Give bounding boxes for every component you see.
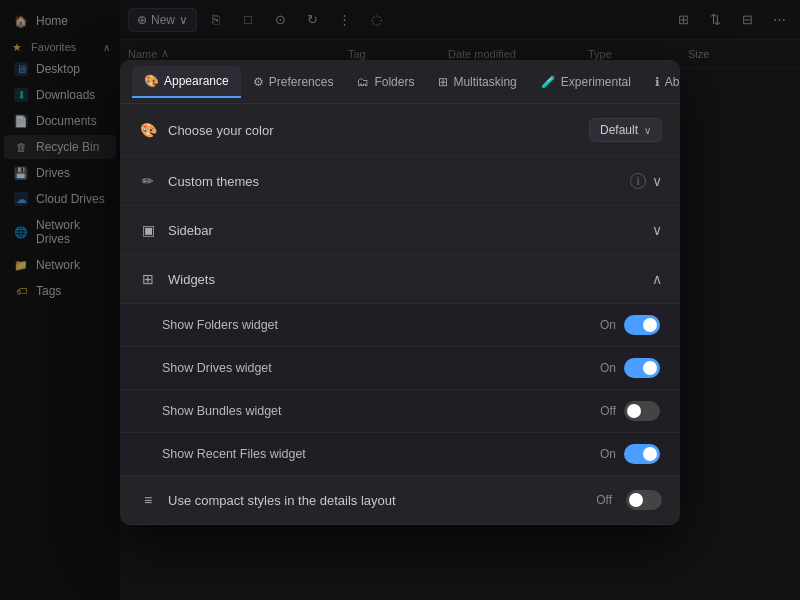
widgets-controls: ∧ — [652, 271, 662, 287]
modal-tabs: 🎨 Appearance ⚙ Preferences 🗂 Folders ⊞ M… — [120, 60, 680, 104]
compact-styles-label: Use compact styles in the details layout — [168, 493, 586, 508]
bundles-widget-row: Show Bundles widget Off — [120, 389, 680, 432]
folders-widget-status: On — [600, 318, 616, 332]
modal-body: 🎨 Choose your color Default ∨ ✏ Custom t… — [120, 104, 680, 525]
compact-styles-toggle[interactable] — [626, 490, 662, 510]
experimental-tab-icon: 🧪 — [541, 75, 556, 89]
tab-folders[interactable]: 🗂 Folders — [345, 67, 426, 97]
color-dropdown[interactable]: Default ∨ — [589, 118, 662, 142]
custom-themes-info[interactable]: i — [630, 173, 646, 189]
multitasking-tab-icon: ⊞ — [438, 75, 448, 89]
custom-themes-section: ✏ Custom themes i ∨ — [120, 157, 680, 206]
bundles-widget-toggle[interactable] — [624, 401, 660, 421]
tab-multitasking[interactable]: ⊞ Multitasking — [426, 67, 528, 97]
tab-about[interactable]: ℹ About — [643, 67, 680, 97]
sidebar-controls: ∨ — [652, 222, 662, 238]
compact-styles-icon: ≡ — [138, 490, 158, 510]
drives-widget-row: Show Drives widget On — [120, 346, 680, 389]
choose-color-section: 🎨 Choose your color Default ∨ — [120, 104, 680, 157]
settings-modal: 🎨 Appearance ⚙ Preferences 🗂 Folders ⊞ M… — [120, 60, 680, 525]
choose-color-icon: 🎨 — [138, 120, 158, 140]
sidebar-chevron[interactable]: ∨ — [652, 222, 662, 238]
drives-widget-toggle[interactable] — [624, 358, 660, 378]
custom-themes-row: ✏ Custom themes i ∨ — [120, 157, 680, 205]
sidebar-row: ▣ Sidebar ∨ — [120, 206, 680, 254]
widgets-icon: ⊞ — [138, 269, 158, 289]
drives-widget-status: On — [600, 361, 616, 375]
custom-themes-chevron[interactable]: ∨ — [652, 173, 662, 189]
custom-themes-label: Custom themes — [168, 174, 620, 189]
drives-widget-label: Show Drives widget — [162, 361, 600, 375]
custom-themes-controls: i ∨ — [630, 173, 662, 189]
sidebar-setting-icon: ▣ — [138, 220, 158, 240]
custom-themes-icon: ✏ — [138, 171, 158, 191]
compact-styles-status: Off — [596, 493, 612, 507]
compact-styles-section: ≡ Use compact styles in the details layo… — [120, 476, 680, 525]
recent-files-widget-row: Show Recent Files widget On — [120, 432, 680, 475]
bundles-widget-status: Off — [600, 404, 616, 418]
widgets-subsection: Show Folders widget On Show Drives widge… — [120, 303, 680, 475]
compact-styles-row: ≡ Use compact styles in the details layo… — [120, 476, 680, 524]
preferences-tab-icon: ⚙ — [253, 75, 264, 89]
choose-color-row: 🎨 Choose your color Default ∨ — [120, 104, 680, 156]
folders-widget-label: Show Folders widget — [162, 318, 600, 332]
about-tab-icon: ℹ — [655, 75, 660, 89]
bundles-widget-label: Show Bundles widget — [162, 404, 600, 418]
folders-widget-row: Show Folders widget On — [120, 303, 680, 346]
recent-files-widget-label: Show Recent Files widget — [162, 447, 600, 461]
dropdown-chevron: ∨ — [644, 125, 651, 136]
sidebar-setting-label: Sidebar — [168, 223, 642, 238]
compact-styles-controls: Off — [596, 490, 662, 510]
tab-appearance[interactable]: 🎨 Appearance — [132, 66, 241, 98]
sidebar-section: ▣ Sidebar ∨ — [120, 206, 680, 255]
recent-files-widget-status: On — [600, 447, 616, 461]
modal-overlay: 🎨 Appearance ⚙ Preferences 🗂 Folders ⊞ M… — [0, 0, 800, 600]
widgets-section: ⊞ Widgets ∧ Show Folders widget On — [120, 255, 680, 476]
widgets-chevron[interactable]: ∧ — [652, 271, 662, 287]
appearance-tab-icon: 🎨 — [144, 74, 159, 88]
choose-color-label: Choose your color — [168, 123, 579, 138]
folders-widget-toggle[interactable] — [624, 315, 660, 335]
tab-preferences[interactable]: ⚙ Preferences — [241, 67, 346, 97]
folders-tab-icon: 🗂 — [357, 75, 369, 89]
recent-files-widget-toggle[interactable] — [624, 444, 660, 464]
widgets-row: ⊞ Widgets ∧ — [120, 255, 680, 303]
tab-experimental[interactable]: 🧪 Experimental — [529, 67, 643, 97]
widgets-label: Widgets — [168, 272, 642, 287]
choose-color-value: Default ∨ — [589, 118, 662, 142]
